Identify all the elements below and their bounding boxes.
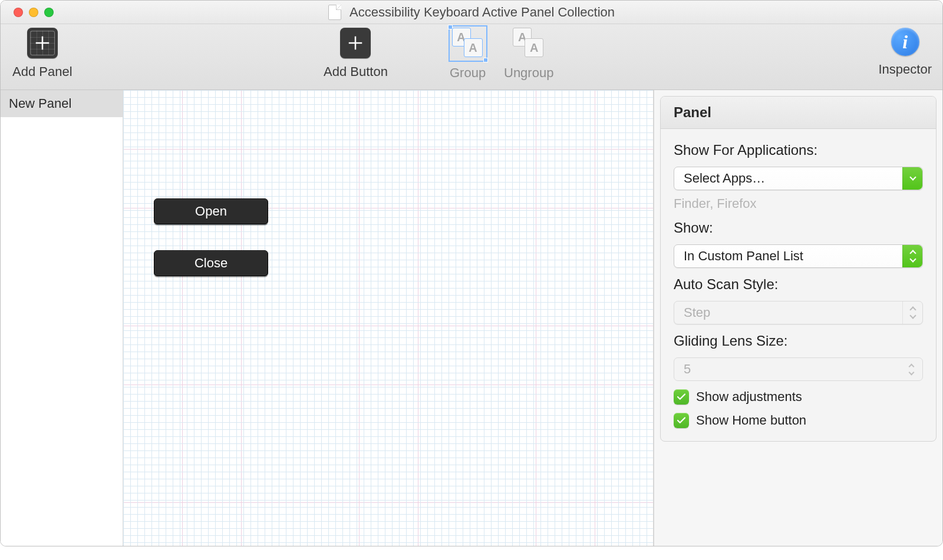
window-minimize-button[interactable] — [29, 8, 38, 17]
editor-canvas-wrap: Open Close — [123, 90, 654, 546]
checkmark-icon — [674, 413, 689, 428]
add-button-icon — [340, 28, 371, 58]
traffic-lights — [1, 8, 54, 17]
show-adjustments-label: Show adjustments — [696, 389, 802, 405]
show-adjustments-checkbox[interactable]: Show adjustments — [674, 389, 923, 405]
add-panel-button[interactable]: Add Panel — [12, 28, 72, 79]
gliding-lens-label: Gliding Lens Size: — [674, 333, 923, 349]
inspector-label: Inspector — [879, 62, 932, 77]
auto-scan-value: Step — [684, 305, 710, 320]
show-for-apps-summary: Finder, Firefox — [674, 196, 923, 211]
add-button-label: Add Button — [324, 64, 388, 79]
ungroup-icon: AA — [512, 28, 546, 59]
show-for-apps-label: Show For Applications: — [674, 142, 923, 158]
titlebar: Accessibility Keyboard Active Panel Coll… — [1, 1, 942, 24]
ungroup-button[interactable]: AA Ungroup — [504, 28, 553, 81]
window-close-button[interactable] — [14, 8, 23, 17]
auto-scan-label: Auto Scan Style: — [674, 276, 923, 293]
plus-icon — [347, 34, 364, 52]
document-icon — [328, 5, 341, 20]
window-title-area: Accessibility Keyboard Active Panel Coll… — [1, 1, 942, 24]
show-for-apps-select[interactable]: Select Apps… — [674, 167, 923, 190]
show-for-apps-value: Select Apps… — [684, 171, 765, 186]
editor-canvas[interactable]: Open Close — [123, 90, 654, 546]
info-icon: i — [891, 28, 919, 56]
app-window: Accessibility Keyboard Active Panel Coll… — [0, 0, 943, 546]
window-title: Accessibility Keyboard Active Panel Coll… — [349, 5, 615, 20]
ungroup-label: Ungroup — [504, 65, 553, 81]
group-label: Group — [450, 65, 486, 81]
checkmark-icon — [674, 389, 689, 405]
plus-icon — [34, 34, 51, 52]
group-icon: AA — [451, 28, 485, 59]
show-in-select[interactable]: In Custom Panel List — [674, 244, 923, 268]
window-zoom-button[interactable] — [44, 8, 54, 17]
add-panel-icon — [27, 28, 58, 58]
sidebar-item-new-panel[interactable]: New Panel — [1, 90, 123, 117]
inspector-button[interactable]: i Inspector — [879, 28, 932, 77]
inspector-inner: Panel Show For Applications: Select Apps… — [660, 96, 937, 442]
inspector-body: Show For Applications: Select Apps… Find… — [661, 129, 936, 441]
gliding-lens-stepper: 5 — [674, 357, 923, 381]
show-in-label: Show: — [674, 220, 923, 236]
chevron-down-icon — [902, 167, 922, 190]
show-home-checkbox[interactable]: Show Home button — [674, 413, 923, 428]
add-panel-label: Add Panel — [12, 64, 72, 79]
show-in-value: In Custom Panel List — [684, 248, 803, 264]
add-button-button[interactable]: Add Button — [324, 28, 388, 79]
content-area: New Panel Open Close Panel Show For Appl… — [1, 90, 942, 546]
double-chevron-icon — [902, 245, 922, 267]
canvas-button-open[interactable]: Open — [154, 198, 268, 224]
inspector-panel: Panel Show For Applications: Select Apps… — [654, 90, 942, 546]
stepper-icon — [904, 360, 919, 378]
sidebar-item-label: New Panel — [9, 96, 71, 111]
panel-list-sidebar[interactable]: New Panel — [1, 90, 123, 546]
canvas-button-close[interactable]: Close — [154, 250, 268, 276]
auto-scan-select: Step — [674, 301, 923, 324]
show-home-label: Show Home button — [696, 413, 806, 428]
toolbar: Add Panel Add Button AA Group AA Ungroup… — [1, 24, 942, 90]
canvas-button-label: Close — [194, 256, 227, 271]
group-button[interactable]: AA Group — [450, 28, 486, 81]
double-chevron-icon — [902, 301, 922, 324]
canvas-button-label: Open — [195, 204, 227, 219]
inspector-header: Panel — [661, 97, 936, 129]
gliding-lens-value: 5 — [684, 362, 691, 377]
